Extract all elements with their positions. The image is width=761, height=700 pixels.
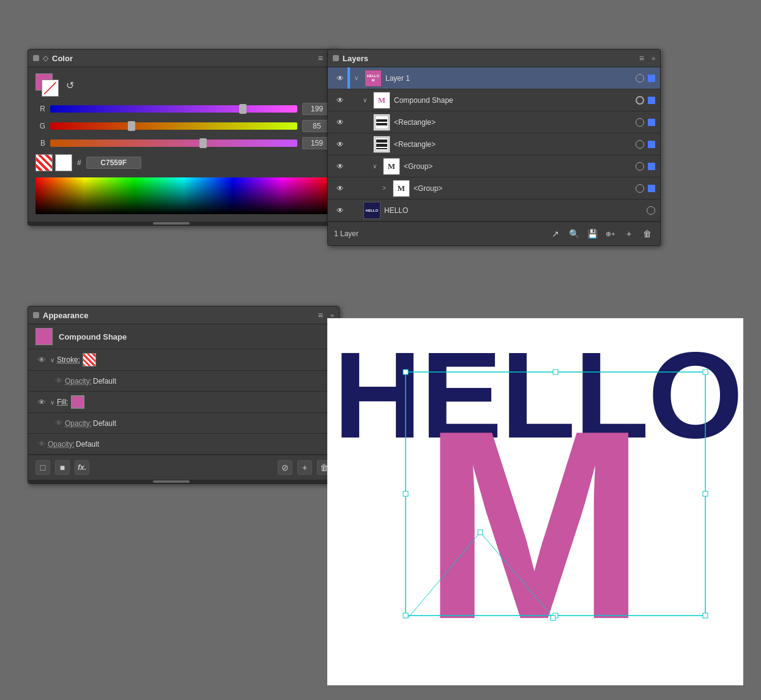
layer1-collapse[interactable]: ∨ [351, 75, 361, 81]
layers-panel-close[interactable] [333, 55, 339, 61]
appearance-panel-scrollbar[interactable] [28, 480, 339, 483]
export-layer-button[interactable]: ↗ [549, 227, 562, 240]
overall-opacity-visibility[interactable]: 👁 [35, 439, 48, 449]
handle-bl[interactable] [403, 613, 408, 618]
stroke-visibility-toggle[interactable]: 👁 [35, 355, 48, 365]
compound-collapse[interactable]: ∨ [360, 97, 369, 103]
group2-target-icon[interactable] [636, 184, 644, 193]
group2-name: <Group> [414, 184, 442, 193]
rect1-visibility[interactable]: 👁 [333, 118, 347, 127]
layer-row-rect2[interactable]: 👁 <Rectangle> [328, 133, 660, 155]
g-slider-thumb[interactable] [128, 121, 135, 131]
layer1-visibility[interactable]: 👁 [333, 74, 347, 83]
stroke-opacity-visibility[interactable]: 👁 [53, 376, 65, 386]
group1-target-icon[interactable] [636, 162, 644, 171]
stroke-swatch[interactable] [83, 353, 96, 367]
layer1-target-icon[interactable] [636, 74, 644, 83]
save-layer-button[interactable]: 💾 [585, 227, 599, 240]
layer-row-hello[interactable]: 👁 HELLO HELLO [328, 199, 660, 222]
group2-visibility[interactable]: 👁 [333, 184, 347, 193]
color-panel-menu[interactable]: ≡ [318, 53, 323, 63]
b-slider-thumb[interactable] [199, 138, 207, 148]
fill-label[interactable]: Fill: [57, 398, 69, 406]
search-layer-button[interactable]: 🔍 [567, 227, 581, 240]
stroke-row: 👁 ∨ Stroke: [28, 349, 339, 371]
appearance-header-row: Compound Shape [28, 324, 339, 349]
color-panel-close[interactable] [33, 55, 39, 61]
group2-thumb: M [393, 180, 410, 197]
color-scrollbar-thumb[interactable] [153, 222, 190, 225]
layer1-select-icon[interactable] [648, 75, 655, 82]
appearance-panel-close[interactable] [33, 312, 39, 318]
handle-br[interactable] [703, 613, 708, 618]
clear-button[interactable]: ⊘ [278, 460, 292, 475]
appearance-panel-menu[interactable]: ≡ [318, 310, 323, 320]
white-swatch[interactable] [55, 154, 72, 171]
handle-tl[interactable] [403, 370, 408, 374]
new-item-button[interactable]: □ [35, 460, 50, 475]
layer-row-group1[interactable]: 👁 ∨ M <Group> [328, 155, 660, 177]
duplicate-item-button[interactable]: ■ [55, 460, 70, 475]
stroke-chevron[interactable]: ∨ [50, 357, 54, 363]
rect2-target-icon[interactable] [636, 140, 644, 149]
swap-colors-button[interactable]: ↺ [65, 78, 75, 92]
layers-panel-collapse[interactable]: » [651, 54, 655, 62]
delete-layer-button[interactable]: 🗑 [640, 227, 654, 240]
layers-panel-menu[interactable]: ≡ [639, 53, 644, 63]
rect1-select-icon[interactable] [648, 119, 655, 126]
r-slider[interactable] [50, 105, 297, 113]
rect1-thumb [373, 114, 390, 131]
r-slider-thumb[interactable] [239, 104, 247, 114]
rect2-select-icon[interactable] [648, 141, 655, 148]
group1-collapse[interactable]: ∨ [369, 163, 379, 169]
group1-visibility[interactable]: 👁 [333, 162, 347, 171]
add-layer-button[interactable]: + [622, 227, 636, 240]
handle-ml[interactable] [403, 491, 408, 496]
fill-row: 👁 ∨ Fill: [28, 392, 339, 413]
compound-select-icon[interactable] [648, 97, 655, 104]
layer-row-compound[interactable]: 👁 ∨ M Compound Shape [328, 89, 660, 111]
b-slider[interactable] [50, 140, 297, 147]
collect-button[interactable]: ⊕+ [604, 227, 617, 240]
group1-select-icon[interactable] [648, 163, 655, 170]
compound-visibility[interactable]: 👁 [333, 96, 347, 105]
color-gradient-picker[interactable] [35, 177, 332, 214]
appearance-panel: Appearance ≡ » Compound Shape 👁 ∨ Stroke… [28, 306, 340, 484]
anchor-2[interactable] [478, 530, 483, 535]
appearance-compound-swatch[interactable] [35, 328, 53, 345]
group2-collapse[interactable]: > [379, 185, 389, 192]
canvas-area[interactable]: HELLO M [327, 318, 743, 685]
group2-select-icon[interactable] [648, 185, 655, 192]
handle-tm[interactable] [553, 370, 558, 374]
stroke-eye-icon: 👁 [38, 356, 46, 365]
fill-visibility-toggle[interactable]: 👁 [35, 397, 48, 407]
hello-visibility[interactable]: 👁 [333, 206, 347, 215]
hello-name: HELLO [384, 206, 408, 215]
g-slider[interactable] [50, 122, 297, 130]
fx-button[interactable]: fx. [75, 460, 89, 475]
add-button[interactable]: + [297, 460, 312, 475]
anchor-1[interactable] [551, 616, 555, 620]
layer-row-rect1[interactable]: 👁 <Rectangle> [328, 111, 660, 133]
no-color-swatch[interactable] [35, 154, 53, 171]
layer-row-group2[interactable]: 👁 > M <Group> [328, 177, 660, 199]
rect1-target-icon[interactable] [636, 118, 644, 127]
fill-swatch[interactable] [71, 395, 84, 409]
background-swatch[interactable] [42, 80, 59, 97]
compound-target-icon[interactable] [636, 96, 644, 105]
layer-row-layer1[interactable]: 👁 ∨ HELLOM Layer 1 [328, 67, 660, 89]
fill-chevron[interactable]: ∨ [50, 399, 54, 406]
hex-input[interactable]: C7559F [86, 157, 141, 169]
hex-swatch-pair [35, 154, 72, 171]
rect2-thumb [373, 136, 390, 153]
stroke-label[interactable]: Stroke: [57, 356, 80, 364]
fill-opacity-visibility[interactable]: 👁 [53, 419, 65, 428]
rect2-icons-right [636, 140, 655, 149]
handle-tr[interactable] [703, 370, 708, 374]
handle-mr[interactable] [703, 491, 708, 496]
rect2-visibility[interactable]: 👁 [333, 140, 347, 149]
hello-target-icon[interactable] [647, 206, 655, 215]
appearance-scrollbar-thumb[interactable] [153, 480, 190, 483]
color-panel-scrollbar[interactable] [28, 222, 339, 225]
color-swatch-stack[interactable] [35, 73, 59, 97]
